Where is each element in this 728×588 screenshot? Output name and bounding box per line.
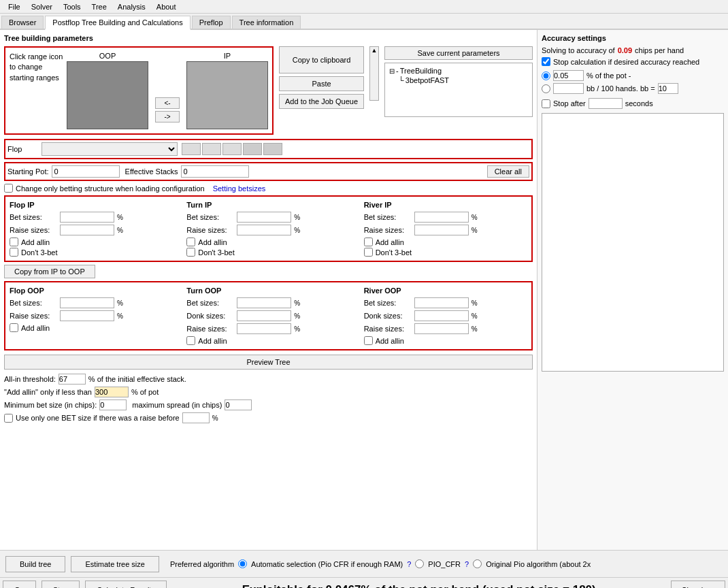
- river-oop-donk-input[interactable]: [414, 310, 469, 321]
- stop-calc-checkbox[interactable]: [542, 57, 550, 66]
- only-one-bet-checkbox[interactable]: [4, 414, 13, 423]
- river-oop-allin-checkbox[interactable]: [364, 336, 373, 345]
- card-slot-1[interactable]: [182, 143, 201, 155]
- setting-betsizes-link[interactable]: Setting betsizes: [213, 184, 266, 193]
- river-ip-allin-checkbox[interactable]: [364, 238, 373, 246]
- arrow-left-btn[interactable]: <-: [155, 97, 180, 109]
- scroll-indicator[interactable]: ▲: [369, 46, 379, 101]
- cfr-algo-link[interactable]: ?: [465, 560, 469, 568]
- pct-value-input[interactable]: [553, 70, 584, 81]
- tree-child-item[interactable]: └ 3betpotFAST: [388, 76, 529, 85]
- card-slot-4[interactable]: [243, 143, 262, 155]
- auto-radio[interactable]: [238, 559, 247, 568]
- flop-oop-bet-label: Bet sizes:: [10, 299, 57, 307]
- allin-only-if-input[interactable]: [95, 387, 129, 397]
- preview-tree-btn[interactable]: Preview Tree: [4, 355, 533, 370]
- river-oop-raise-pct: %: [471, 325, 478, 333]
- arrow-right-btn[interactable]: ->: [155, 111, 180, 122]
- change-betting-checkbox[interactable]: [4, 184, 13, 193]
- flop-ip-raise-pct: %: [117, 227, 123, 234]
- river-ip-raise-input[interactable]: [414, 225, 469, 235]
- flop-ip-dont3bet-label: Don't 3-bet: [21, 248, 57, 257]
- tab-preflop[interactable]: Preflop: [192, 16, 231, 29]
- menu-about[interactable]: About: [151, 1, 182, 12]
- oop-range-grid[interactable]: [67, 61, 148, 129]
- bb-radio[interactable]: [542, 84, 550, 93]
- river-oop-bet-input[interactable]: [414, 297, 469, 308]
- river-oop-raise-input[interactable]: [414, 323, 469, 334]
- card-slot-5[interactable]: [263, 143, 282, 155]
- tab-tree-info[interactable]: Tree information: [232, 16, 301, 29]
- menu-analysis[interactable]: Analysis: [112, 1, 151, 12]
- clear-all-btn[interactable]: Clear all: [487, 165, 529, 178]
- flop-ip-allin-checkbox[interactable]: [10, 238, 18, 246]
- flop-ip-raise-input[interactable]: [60, 225, 114, 235]
- flop-selector[interactable]: [42, 142, 178, 156]
- card-slot-2[interactable]: [202, 143, 221, 155]
- max-spread-input[interactable]: [225, 399, 252, 410]
- stop-seconds-label: seconds: [625, 99, 653, 108]
- flop-oop-raise-input[interactable]: [60, 310, 114, 321]
- tree-child-icon: └: [399, 76, 404, 84]
- allin-threshold-input[interactable]: [59, 374, 86, 385]
- menu-solver[interactable]: Solver: [26, 1, 58, 12]
- turn-oop-raise-input[interactable]: [237, 323, 291, 334]
- stop-after-input[interactable]: [589, 98, 623, 109]
- only-one-bet-pct: %: [212, 414, 218, 422]
- river-ip-allin-label: Add allin: [376, 238, 404, 246]
- menubar: File Solver Tools Tree Analysis About: [0, 0, 728, 14]
- right-panel: Accuracy settings Solving to accuracy of…: [537, 30, 728, 550]
- river-ip-bet-input[interactable]: [414, 212, 469, 223]
- stop-after-checkbox[interactable]: [542, 99, 550, 108]
- turn-ip-allin-label: Add allin: [198, 238, 227, 246]
- flop-ip-allin-label: Add allin: [21, 238, 50, 246]
- bb-value-input[interactable]: [658, 83, 678, 94]
- turn-ip-raise-input[interactable]: [237, 225, 291, 235]
- card-slot-3[interactable]: [222, 143, 242, 155]
- turn-ip-dont3bet-checkbox[interactable]: [186, 248, 195, 257]
- tab-postflop[interactable]: Postflop Tree Building and Calculations: [45, 16, 190, 30]
- copy-ip-to-oop-btn[interactable]: Copy from IP to OOP: [4, 265, 95, 278]
- bb-input[interactable]: [553, 83, 584, 94]
- flop-oop-allin-checkbox[interactable]: [10, 323, 18, 332]
- effective-stacks-input[interactable]: [181, 165, 249, 178]
- flop-oop-bet-input[interactable]: [60, 297, 114, 308]
- flop-ip-dont3bet-checkbox[interactable]: [10, 248, 18, 257]
- menu-tools[interactable]: Tools: [58, 1, 86, 12]
- save-params-btn[interactable]: Save current parameters: [384, 46, 533, 60]
- turn-oop-allin-checkbox[interactable]: [186, 336, 195, 345]
- river-oop-bet-label: Bet sizes:: [364, 299, 412, 307]
- build-tree-btn[interactable]: Build tree: [5, 556, 65, 572]
- river-ip-dont3bet-checkbox[interactable]: [364, 248, 373, 257]
- ip-range-grid[interactable]: [186, 61, 268, 129]
- only-one-bet-input[interactable]: [182, 412, 210, 423]
- starting-pot-label: Starting Pot:: [7, 167, 49, 176]
- go-btn[interactable]: Go: [3, 581, 36, 589]
- starting-pot-input[interactable]: [52, 165, 120, 178]
- menu-file[interactable]: File: [3, 1, 26, 12]
- flop-ip-bet-input[interactable]: [60, 212, 114, 223]
- turn-oop-donk-input[interactable]: [237, 310, 291, 321]
- copy-clipboard-btn[interactable]: Copy to clipboard: [279, 46, 364, 74]
- turn-oop-bet-input[interactable]: [237, 297, 291, 308]
- clear-logs-btn[interactable]: Clear logs: [671, 581, 725, 589]
- original-radio[interactable]: [473, 559, 482, 568]
- cfr-radio[interactable]: [415, 559, 424, 568]
- turn-ip-allin-checkbox[interactable]: [186, 238, 195, 246]
- calculate-btn[interactable]: Calculate Results: [85, 581, 167, 589]
- turn-oop-title: Turn OOP: [186, 287, 350, 295]
- pct-radio[interactable]: [542, 71, 550, 80]
- tree-root-item[interactable]: ⊟ - TreeBuilding: [388, 66, 529, 76]
- oop-range-box: OOP: [67, 52, 148, 129]
- paste-btn[interactable]: Paste: [279, 76, 364, 91]
- allin-only-if-suffix: % of pot: [131, 388, 159, 396]
- turn-ip-bet-input[interactable]: [237, 212, 291, 223]
- min-bet-input[interactable]: [99, 399, 127, 410]
- tab-browser[interactable]: Browser: [1, 16, 44, 29]
- auto-algo-link[interactable]: ?: [407, 560, 411, 568]
- stop-btn[interactable]: Stop: [42, 581, 80, 589]
- menu-tree[interactable]: Tree: [86, 1, 112, 12]
- flop-ip-bet-pct: %: [117, 214, 123, 221]
- add-job-btn[interactable]: Add to the Job Queue: [279, 94, 364, 109]
- estimate-tree-btn[interactable]: Estimate tree size: [71, 556, 159, 572]
